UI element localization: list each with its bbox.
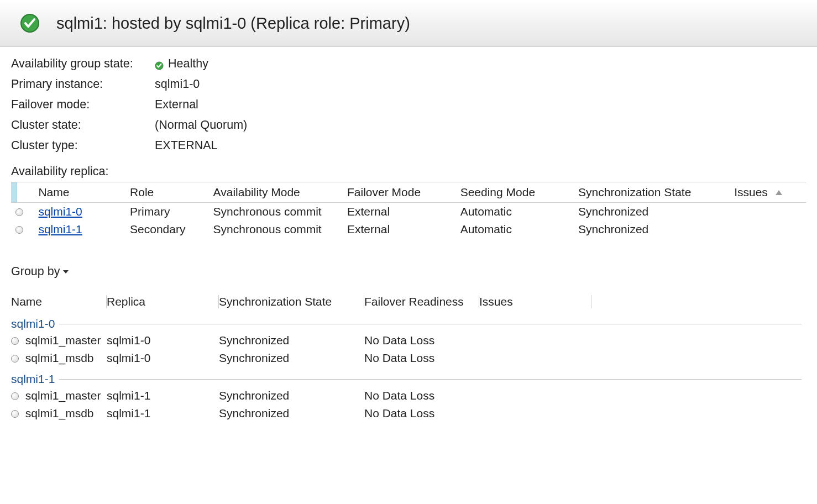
column-header-db-sync[interactable]: Synchronization State: [219, 292, 364, 312]
cell-db-failover: No Data Loss: [364, 387, 479, 405]
cell-sync-state: Synchronized: [574, 221, 730, 238]
group-label: sqlmi1-0: [11, 317, 55, 330]
cell-db-sync: Synchronized: [219, 332, 364, 349]
cell-db-replica: sqlmi1-0: [107, 349, 219, 367]
cell-role: Primary: [125, 203, 209, 221]
column-header-issues[interactable]: Issues: [730, 182, 806, 203]
header-bar: sqlmi1: hosted by sqlmi1-0 (Replica role…: [0, 0, 817, 47]
cell-issues: [730, 203, 806, 221]
cell-seeding-mode: Automatic: [456, 203, 574, 221]
replica-section-title: Availability replica:: [11, 165, 817, 179]
group-by-dropdown[interactable]: Group by: [11, 265, 69, 279]
status-ok-icon: [155, 60, 164, 69]
cell-db-sync: Synchronized: [219, 387, 364, 405]
database-table: Name Replica Synchronization State Failo…: [11, 292, 806, 422]
column-header-availability-mode[interactable]: Availability Mode: [209, 182, 343, 203]
cell-db-name: sqlmi1_master: [11, 387, 107, 405]
cell-db-replica: sqlmi1-0: [107, 332, 219, 349]
status-dot-icon: [11, 392, 19, 400]
replica-link[interactable]: sqlmi1-1: [38, 223, 82, 235]
table-row[interactable]: sqlmi1_mastersqlmi1-1SynchronizedNo Data…: [11, 387, 806, 405]
cell-db-issues: [479, 387, 591, 405]
table-row[interactable]: sqlmi1_msdbsqlmi1-1SynchronizedNo Data L…: [11, 405, 806, 422]
prop-value-cluster-state: (Normal Quorum): [155, 118, 247, 132]
column-header-db-name[interactable]: Name: [11, 292, 107, 312]
prop-label-ag-state: Availability group state:: [11, 57, 155, 71]
cell-seeding-mode: Automatic: [456, 221, 574, 238]
prop-value-cluster-type: EXTERNAL: [155, 139, 218, 153]
prop-value-failover-mode: External: [155, 98, 198, 112]
cell-db-issues: [479, 405, 591, 422]
cell-db-issues: [479, 332, 591, 349]
column-header-seeding-mode[interactable]: Seeding Mode: [456, 182, 574, 203]
status-dot-icon: [15, 208, 23, 216]
table-row[interactable]: sqlmi1_msdbsqlmi1-0SynchronizedNo Data L…: [11, 349, 806, 367]
column-header-name[interactable]: Name: [34, 182, 125, 203]
cell-failover-mode: External: [343, 221, 456, 238]
cell-db-replica: sqlmi1-1: [107, 387, 219, 405]
table-row[interactable]: sqlmi1-1SecondarySynchronous commitExter…: [11, 221, 806, 238]
status-dot-icon: [15, 226, 23, 234]
prop-label-cluster-type: Cluster type:: [11, 139, 155, 153]
prop-value-ag-state: Healthy: [168, 57, 208, 71]
column-header-sync-state[interactable]: Synchronization State: [574, 182, 730, 203]
group-label: sqlmi1-1: [11, 372, 55, 386]
status-ok-icon: [20, 13, 40, 33]
column-header-indicator[interactable]: [11, 182, 34, 203]
replica-link[interactable]: sqlmi1-0: [38, 205, 82, 218]
prop-value-primary-instance: sqlmi1-0: [155, 77, 200, 91]
page-title: sqlmi1: hosted by sqlmi1-0 (Replica role…: [56, 14, 410, 33]
cell-db-replica: sqlmi1-1: [107, 405, 219, 422]
column-header-role[interactable]: Role: [125, 182, 209, 203]
cell-db-failover: No Data Loss: [364, 405, 479, 422]
chevron-down-icon: [63, 270, 69, 274]
column-header-spacer: [591, 292, 806, 312]
status-dot-icon: [11, 337, 19, 345]
prop-label-failover-mode: Failover mode:: [11, 98, 155, 112]
cell-sync-state: Synchronized: [574, 203, 730, 221]
table-row[interactable]: sqlmi1_mastersqlmi1-0SynchronizedNo Data…: [11, 332, 806, 349]
column-header-failover-mode[interactable]: Failover Mode: [343, 182, 456, 203]
cell-availability-mode: Synchronous commit: [209, 221, 343, 238]
group-header-row[interactable]: sqlmi1-1: [11, 367, 806, 387]
prop-label-cluster-state: Cluster state:: [11, 118, 155, 132]
cell-failover-mode: External: [343, 203, 456, 221]
status-dot-icon: [11, 410, 19, 418]
status-dot-icon: [11, 355, 19, 363]
cell-db-sync: Synchronized: [219, 349, 364, 367]
cell-db-issues: [479, 349, 591, 367]
cell-availability-mode: Synchronous commit: [209, 203, 343, 221]
cell-db-name: sqlmi1_master: [11, 332, 107, 349]
cell-db-name: sqlmi1_msdb: [11, 349, 107, 367]
replica-table: Name Role Availability Mode Failover Mod…: [11, 182, 806, 238]
table-row[interactable]: sqlmi1-0PrimarySynchronous commitExterna…: [11, 203, 806, 221]
sort-ascending-icon: [776, 190, 782, 195]
cell-db-name: sqlmi1_msdb: [11, 405, 107, 422]
cell-db-failover: No Data Loss: [364, 349, 479, 367]
cell-db-sync: Synchronized: [219, 405, 364, 422]
column-header-db-issues[interactable]: Issues: [479, 292, 591, 312]
cell-role: Secondary: [125, 221, 209, 238]
properties-block: Availability group state: Healthy Primar…: [11, 57, 817, 153]
cell-issues: [730, 221, 806, 238]
column-header-db-replica[interactable]: Replica: [107, 292, 219, 312]
cell-db-failover: No Data Loss: [364, 332, 479, 349]
prop-label-primary-instance: Primary instance:: [11, 77, 155, 91]
group-header-row[interactable]: sqlmi1-0: [11, 312, 806, 332]
column-header-db-failover[interactable]: Failover Readiness: [364, 292, 479, 312]
